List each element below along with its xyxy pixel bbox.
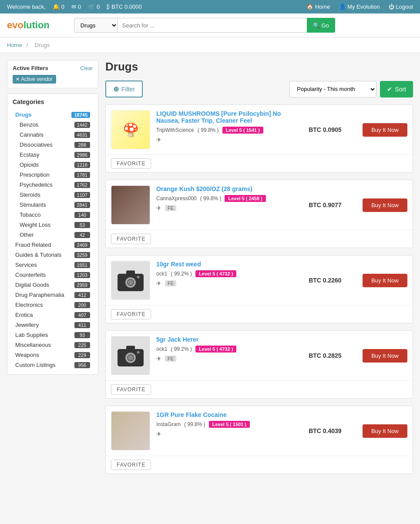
filter-button[interactable]: ⊕ Filter bbox=[105, 81, 143, 97]
logout-link[interactable]: ⏻ Logout bbox=[389, 3, 413, 10]
sidebar-category-item[interactable]: Drugs 18745 bbox=[13, 110, 93, 120]
buy-now-button[interactable]: Buy It Now bbox=[363, 123, 407, 137]
sidebar-category-item[interactable]: Drug Paraphernalia 412 bbox=[13, 290, 93, 300]
product-title[interactable]: 1GR Pure Flake Cocaine bbox=[156, 411, 302, 418]
favorite-button[interactable]: FAVORITE bbox=[111, 384, 151, 395]
sidebar-category-item[interactable]: Counterfeits 1203 bbox=[13, 270, 93, 280]
product-image bbox=[111, 185, 150, 225]
content-area: Drugs ⊕ Filter Popularity - This month P… bbox=[105, 60, 413, 481]
category-label: Custom Listings bbox=[15, 362, 55, 368]
product-footer: FAVORITE bbox=[106, 380, 413, 398]
category-count: 1651 bbox=[74, 262, 90, 268]
sidebar-category-item[interactable]: Opioids 1218 bbox=[13, 160, 93, 170]
cart-item[interactable]: 🛒 0 bbox=[88, 3, 100, 10]
mail-icon: ✉ bbox=[71, 3, 76, 10]
checkmark-icon: ✔ bbox=[387, 86, 392, 93]
buy-now-button[interactable]: Buy It Now bbox=[363, 424, 407, 438]
sort-group: Popularity - This month Popularity - All… bbox=[289, 81, 413, 97]
product-title[interactable]: 5gr Jack Herer bbox=[156, 336, 302, 343]
sidebar-category-item[interactable]: Stimulants 2841 bbox=[13, 200, 93, 210]
breadcrumb-separator: / bbox=[26, 42, 28, 48]
top-bar-left: Welcome back, 🔔 0 ✉ 0 🛒 0 ₿ BTC 0.0000 bbox=[7, 3, 142, 10]
btc-icon: ₿ bbox=[107, 3, 110, 10]
search-input[interactable] bbox=[118, 18, 307, 33]
breadcrumb: Home / Drugs bbox=[0, 37, 420, 53]
favorite-button[interactable]: FAVORITE bbox=[111, 309, 151, 319]
category-count: 140 bbox=[74, 212, 90, 218]
welcome-text: Welcome back, bbox=[7, 3, 46, 10]
level-badge: Level 5 ( 1541 ) bbox=[222, 127, 263, 134]
sidebar-category-item[interactable]: Jewellery 411 bbox=[13, 320, 93, 330]
svg-point-2 bbox=[128, 280, 134, 286]
sort-select[interactable]: Popularity - This month Popularity - All… bbox=[289, 81, 376, 97]
product-price: BTC 0.0905 bbox=[309, 110, 356, 149]
product-price: BTC 0.9077 bbox=[309, 185, 356, 225]
svg-rect-8 bbox=[126, 346, 135, 350]
product-title[interactable]: Orange Kush $200/OZ (28 grams) bbox=[156, 185, 302, 192]
favorite-button[interactable]: FAVORITE bbox=[111, 234, 151, 244]
bell-icon: 🔔 bbox=[53, 3, 60, 10]
sidebar-category-item[interactable]: Fraud Related 2469 bbox=[13, 240, 93, 250]
main-layout: Active Filters Clear × Active vendor Cat… bbox=[0, 53, 420, 488]
notifications-item[interactable]: 🔔 0 bbox=[53, 3, 64, 10]
sidebar-category-item[interactable]: Digital Goods 2959 bbox=[13, 280, 93, 290]
messages-item[interactable]: ✉ 0 bbox=[71, 3, 81, 10]
product-title[interactable]: LIQUID MUSHROOMS [Pure Psilocybin] No Na… bbox=[156, 110, 302, 124]
home-link[interactable]: 🏠 Home bbox=[306, 3, 330, 10]
active-filters-title: Active Filters bbox=[13, 65, 48, 71]
sidebar-category-item[interactable]: Services 1651 bbox=[13, 260, 93, 270]
sidebar-category-item[interactable]: Dissociatives 288 bbox=[13, 140, 93, 150]
shipping-icon: ✈ bbox=[156, 355, 161, 362]
buy-now-button[interactable]: Buy It Now bbox=[363, 198, 407, 212]
categories-box: Categories Drugs 18745 Benzos 1442 Canna… bbox=[7, 94, 98, 375]
sidebar-category-item[interactable]: Lab Supplies 93 bbox=[13, 330, 93, 340]
product-footer: FAVORITE bbox=[106, 230, 413, 248]
product-meta: TripWithScience ( 99.8% ) Level 5 ( 1541… bbox=[156, 127, 302, 134]
product-title[interactable]: 10gr Rest weed bbox=[156, 261, 302, 268]
vendor-filter-badge[interactable]: × Active vendor bbox=[13, 75, 56, 84]
sidebar-category-item[interactable]: Electronics 200 bbox=[13, 300, 93, 310]
vendor-rating: ( 99.2% ) bbox=[171, 271, 192, 277]
breadcrumb-home[interactable]: Home bbox=[7, 42, 22, 48]
my-evolution-link[interactable]: 👤 My Evolution bbox=[339, 3, 380, 10]
sidebar-category-item[interactable]: Miscellaneous 225 bbox=[13, 340, 93, 350]
sidebar-category-item[interactable]: Steroids 1107 bbox=[13, 190, 93, 200]
product-meta: InstaGram ( 99.8% ) Level 5 ( 1501 ) bbox=[156, 421, 302, 428]
sidebar-category-item[interactable]: Guides & Tutorials 3259 bbox=[13, 250, 93, 260]
favorite-button[interactable]: FAVORITE bbox=[111, 158, 151, 169]
search-category-select[interactable]: Drugs All Cannabis Stimulants bbox=[74, 18, 118, 33]
category-count: 93 bbox=[74, 332, 90, 338]
page-title: Drugs bbox=[105, 60, 413, 74]
buy-now-button[interactable]: Buy It Now bbox=[363, 274, 407, 287]
sidebar-category-item[interactable]: Ecstasy 2986 bbox=[13, 150, 93, 160]
product-info: Orange Kush $200/OZ (28 grams) CannaXpre… bbox=[156, 185, 302, 225]
search-icon: 🔍 bbox=[313, 22, 320, 29]
sidebar-category-item[interactable]: Weapons 229 bbox=[13, 350, 93, 360]
sidebar-category-item[interactable]: Custom Listings 956 bbox=[13, 360, 93, 370]
sidebar-category-item[interactable]: Weight Loss 53 bbox=[13, 220, 93, 230]
sidebar-category-item[interactable]: Erotica 407 bbox=[13, 310, 93, 320]
category-label: Opioids bbox=[20, 161, 39, 168]
shipping-icon: ✈ bbox=[156, 136, 161, 143]
badge-close-icon: × bbox=[16, 76, 19, 82]
filter-sort-bar: ⊕ Filter Popularity - This month Popular… bbox=[105, 81, 413, 97]
sidebar-category-item[interactable]: Other 42 bbox=[13, 230, 93, 240]
product-meta: CannaXpress000 ( 99.8% ) Level 5 ( 2459 … bbox=[156, 195, 302, 202]
sidebar-category-item[interactable]: Tobacco 140 bbox=[13, 210, 93, 220]
search-button[interactable]: 🔍 Go bbox=[307, 18, 335, 33]
sidebar-category-item[interactable]: Prescription 1781 bbox=[13, 170, 93, 180]
category-count: 1442 bbox=[74, 122, 90, 128]
product-main: 5gr Jack Herer ock1 ( 99.2% ) Level 5 ( … bbox=[106, 331, 413, 380]
sidebar-category-item[interactable]: Psychedelics 1762 bbox=[13, 180, 93, 190]
product-icons: ✈ FE bbox=[156, 280, 302, 287]
sidebar-category-item[interactable]: Benzos 1442 bbox=[13, 120, 93, 130]
home-icon: 🏠 bbox=[306, 3, 313, 10]
category-label: Tobacco bbox=[20, 212, 40, 218]
category-label: Fraud Related bbox=[15, 242, 51, 248]
buy-now-button[interactable]: Buy It Now bbox=[363, 349, 407, 363]
sort-button[interactable]: ✔ Sort bbox=[380, 81, 413, 97]
clear-filters-link[interactable]: Clear bbox=[80, 65, 93, 71]
product-info: 5gr Jack Herer ock1 ( 99.2% ) Level 5 ( … bbox=[156, 336, 302, 375]
sidebar-category-item[interactable]: Cannabis 4631 bbox=[13, 130, 93, 140]
favorite-button[interactable]: FAVORITE bbox=[111, 460, 151, 470]
